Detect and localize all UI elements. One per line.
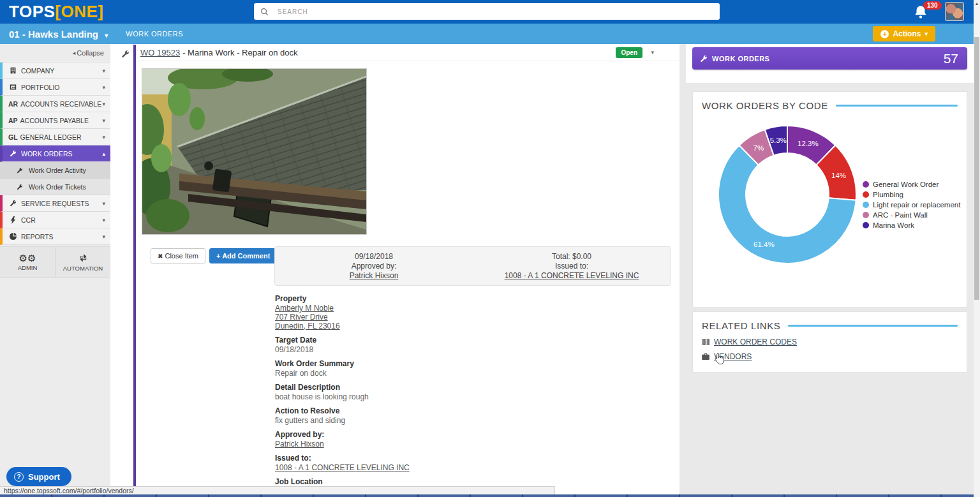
search-input[interactable]	[278, 8, 713, 15]
actions-button[interactable]: + Actions ▾	[873, 26, 935, 41]
issued-column: Total: $0.00 Issued to: 1008 - A 1 CONCR…	[473, 247, 671, 285]
approved-by-link[interactable]: Patrick Hixson	[350, 271, 399, 281]
target-date-label: Target Date	[275, 336, 671, 345]
legend-item[interactable]: General Work Order	[863, 181, 960, 188]
legend-item[interactable]: Marina Work	[863, 221, 960, 229]
caret-up-icon: ▴	[102, 151, 105, 157]
support-label: Support	[28, 472, 60, 482]
sidebar-item-label: PORTFOLIO	[21, 84, 102, 91]
app-logo[interactable]: TOPS[ONE]	[9, 2, 104, 22]
close-item-label: Close Item	[165, 252, 198, 260]
approval-column: 09/18/2018 Approved by: Patrick Hixson	[275, 247, 473, 285]
related-link-work-order-codes[interactable]: WORK ORDER CODES	[702, 338, 967, 346]
work-order-codes-link[interactable]: WORK ORDER CODES	[714, 338, 797, 346]
add-comment-button[interactable]: + Add Comment	[209, 248, 277, 263]
automation-icon	[78, 253, 88, 263]
logo-one: [ONE]	[55, 2, 103, 21]
work-order-header: WO 19523 - Marina Work - Repair on dock	[136, 44, 679, 61]
admin-button[interactable]: ⚙⚙ ADMIN	[0, 247, 55, 278]
admin-label: ADMIN	[18, 264, 38, 271]
description-value: boat house is looking rough	[275, 392, 369, 401]
legend-label: ARC - Paint Wall	[873, 211, 928, 219]
chart-legend: General Work OrderPlumbingLight repair o…	[863, 181, 960, 232]
related-link-vendors[interactable]: VENDORS	[702, 352, 967, 361]
legend-item[interactable]: ARC - Paint Wall	[863, 211, 960, 219]
search-icon	[260, 8, 269, 16]
title-rule	[788, 325, 958, 327]
support-button[interactable]: ? Support	[6, 467, 71, 486]
sidebar-item-label: GENERAL LEDGER	[20, 133, 103, 141]
portfolio-icon	[8, 84, 18, 91]
community-name: 01 - Hawks Landing	[9, 29, 98, 40]
automation-button[interactable]: AUTOMATION	[55, 247, 110, 278]
wrench-icon	[700, 55, 708, 63]
sidebar-item-work-order-tickets[interactable]: Work Order Tickets	[0, 179, 110, 195]
title-rule	[836, 105, 958, 107]
related-links-list: WORK ORDER CODES VENDORS	[693, 338, 967, 361]
related-links-title: RELATED LINKS	[702, 320, 780, 331]
caret-down-icon: ▾	[102, 217, 105, 223]
barcode-icon	[702, 339, 709, 345]
legend-label: Plumbing	[873, 191, 903, 198]
breadcrumb: WORK ORDERS	[126, 30, 183, 38]
work-orders-by-code-card: WORK ORDERS BY CODE 12.3%14%61.4%7%5.3% …	[692, 91, 967, 308]
sidebar-item-general-ledger[interactable]: GL GENERAL LEDGER ▾	[0, 129, 110, 145]
property-name-link[interactable]: Amberly M Noble	[275, 304, 334, 313]
property-label: Property	[275, 294, 671, 303]
sidebar-quick-actions: ⚙⚙ ADMIN AUTOMATION	[0, 246, 110, 278]
issued-to-link[interactable]: 1008 - A 1 CONCRETE LEVELING INC	[275, 463, 410, 472]
approved-by-label: Approved by:	[352, 262, 397, 271]
bolt-icon	[8, 216, 18, 224]
legend-dot	[863, 222, 869, 228]
user-avatar[interactable]	[945, 2, 964, 21]
community-selector[interactable]: 01 - Hawks Landing ▾	[9, 29, 108, 40]
chart-card-title-row: WORK ORDERS BY CODE	[693, 92, 967, 111]
automation-label: AUTOMATION	[63, 265, 103, 272]
caret-down-icon: ▾	[102, 68, 105, 74]
sidebar-item-accounts-payable[interactable]: AP ACCOUNTS PAYABLE ▾	[0, 112, 110, 129]
sidebar-item-reports[interactable]: REPORTS ▾	[0, 228, 110, 245]
sidebar-item-portfolio[interactable]: PORTFOLIO ▾	[0, 79, 110, 96]
close-item-button[interactable]: ✖ Close Item	[151, 248, 205, 263]
sidebar-item-accounts-receivable[interactable]: AR ACCOUNTS RECEIVABLE ▾	[0, 96, 110, 112]
sidebar: ◂ Collapse COMPANY ▾ PORTFOLIO ▾ AR ACCO…	[0, 44, 110, 497]
sidebar-item-service-requests[interactable]: SERVICE REQUESTS ▾	[0, 195, 110, 212]
legend-item[interactable]: Plumbing	[863, 191, 960, 198]
work-orders-count-banner[interactable]: WORK ORDERS 57	[692, 47, 967, 70]
work-order-id-link[interactable]: WO 19523	[140, 48, 180, 57]
property-street-link[interactable]: 707 River Drive	[275, 313, 328, 322]
sidebar-item-label: SERVICE REQUESTS	[21, 200, 102, 207]
work-order-photo[interactable]	[142, 68, 367, 235]
legend-label: Light repair or replacement	[873, 201, 960, 209]
issued-to-link[interactable]: 1008 - A 1 CONCRETE LEVELING INC	[505, 271, 639, 281]
collapse-arrow-icon: ◂	[73, 50, 76, 56]
property-city-link[interactable]: Dunedin, FL 23016	[275, 322, 340, 330]
panel-accent-rail	[133, 45, 136, 488]
scroll-up-arrow[interactable]: ▲	[974, 1, 980, 6]
legend-dot	[863, 212, 869, 218]
sidebar-item-ccr[interactable]: CCR ▾	[0, 212, 110, 228]
slice-percent-label: 7%	[754, 144, 764, 152]
approved-by-link[interactable]: Patrick Hixson	[275, 440, 324, 449]
page-scrollbar[interactable]: ▲	[974, 0, 980, 497]
legend-label: General Work Order	[873, 181, 939, 188]
status-badge[interactable]: Open	[616, 47, 642, 58]
notification-count-badge[interactable]: 130	[923, 1, 942, 10]
caret-down-icon[interactable]: ▾	[651, 49, 654, 56]
scrollbar-thumb[interactable]	[974, 37, 979, 300]
context-bar: 01 - Hawks Landing ▾ WORK ORDERS + Actio…	[0, 24, 974, 44]
legend-dot	[863, 191, 869, 198]
sidebar-item-work-order-activity[interactable]: Work Order Activity	[0, 162, 110, 179]
work-order-title: - Marina Work - Repair on dock	[182, 48, 297, 57]
sidebar-item-work-orders[interactable]: WORK ORDERS ▴	[0, 145, 110, 162]
total-amount: Total: $0.00	[552, 252, 591, 262]
work-order-detail-panel: WO 19523 - Marina Work - Repair on dock …	[110, 44, 679, 497]
global-search[interactable]	[254, 3, 720, 20]
sidebar-item-company[interactable]: COMPANY ▾	[0, 63, 110, 79]
issued-to-label: Issued to:	[275, 454, 671, 463]
slice-percent-label: 5.3%	[770, 137, 787, 144]
plus-icon: +	[216, 252, 220, 260]
legend-dot	[863, 181, 869, 188]
sidebar-collapse-button[interactable]: ◂ Collapse	[0, 44, 110, 63]
legend-item[interactable]: Light repair or replacement	[863, 201, 960, 209]
